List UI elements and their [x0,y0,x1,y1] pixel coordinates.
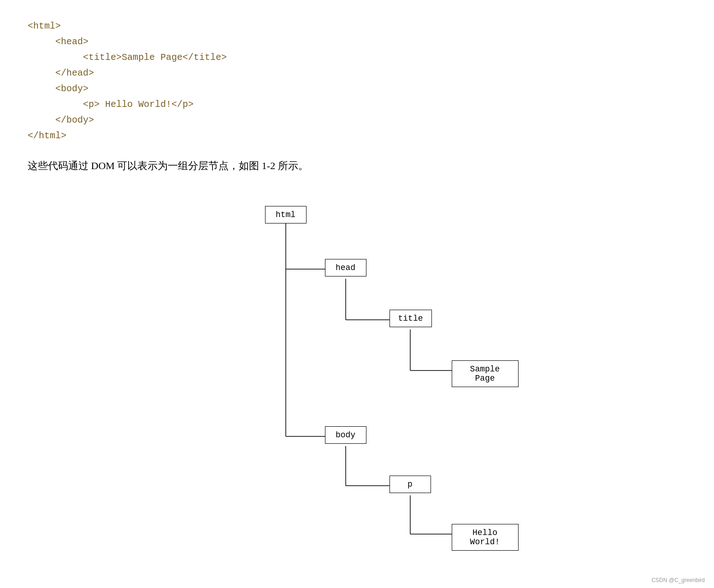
node-head: head [325,259,366,276]
dom-tree-diagram: html head title Sample Page body p Hello… [196,192,519,561]
code-line-5: <body> [28,81,686,97]
node-sample-page: Sample Page [452,360,519,387]
code-line-6: <p> Hello World!</p> [28,97,686,112]
code-line-3: <title>Sample Page</title> [28,50,686,65]
code-line-4: </head> [28,65,686,81]
node-html: html [265,206,307,223]
node-title: title [389,310,432,327]
code-line-2: <head> [28,34,686,50]
code-line-8: </html> [28,128,686,144]
node-p: p [389,476,431,493]
node-hello-world: Hello World! [452,524,519,551]
code-line-1: <html> [28,18,686,34]
description-text: 这些代码通过 DOM 可以表示为一组分层节点，如图 1-2 所示。 [28,158,686,174]
code-block: <html> <head> <title>Sample Page</title>… [28,18,686,144]
code-line-7: </body> [28,112,686,128]
node-body: body [325,426,366,444]
watermark: CSDN @C_greenbird [651,577,705,579]
